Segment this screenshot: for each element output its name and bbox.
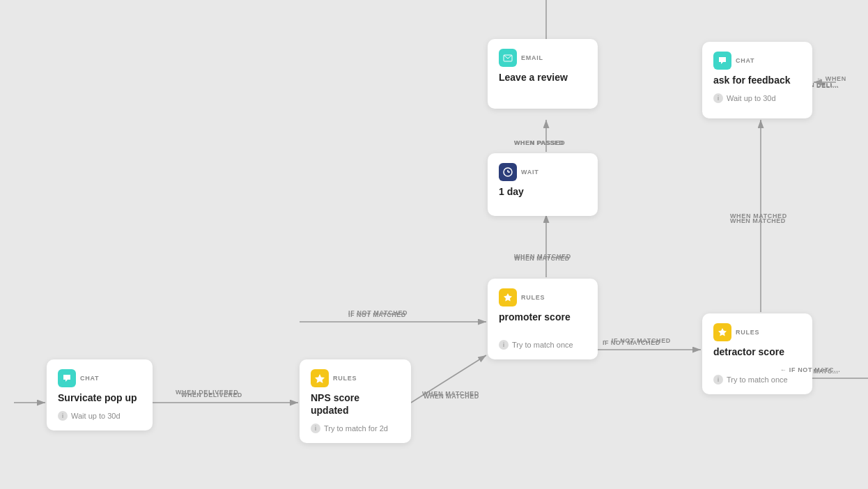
node-ask-feedback-type: CHAT: [736, 57, 754, 64]
chat-icon: [58, 369, 76, 387]
node-promoter-type: RULES: [521, 294, 545, 301]
info-icon-ask: i: [713, 93, 723, 103]
info-icon-detractor: i: [713, 375, 723, 385]
node-leave-review-title: Leave a review: [499, 71, 587, 84]
node-detractor-footer: i Try to match once: [713, 375, 801, 385]
node-nps-type: RULES: [333, 375, 357, 382]
node-wait-type: WAIT: [521, 169, 538, 176]
node-ask-feedback[interactable]: CHAT ask for feedback i Wait up to 30d: [702, 42, 812, 118]
label-when-matched-promoter-text: WHEN MATCHED: [514, 253, 571, 260]
label-if-not-matched-text: ← IF NOT MATCHED: [603, 337, 671, 344]
node-ask-feedback-title: ask for feedback: [713, 74, 801, 86]
info-icon: i: [58, 411, 68, 421]
node-nps-title: NPS score updated: [311, 391, 400, 417]
info-icon-nps: i: [311, 424, 320, 433]
label-when-passed-text: WHEN PASSED: [514, 139, 565, 146]
node-promoter-footer: i Try to match once: [499, 340, 587, 350]
chat-icon-ask: [713, 52, 731, 70]
label-when-matched-nps-text: WHEN MATCHED: [422, 390, 479, 397]
node-nps-header: RULES: [311, 369, 400, 387]
node-leave-review-header: EMAIL: [499, 49, 587, 67]
node-detractor-type: RULES: [736, 329, 759, 336]
node-detractor-title: detractor score: [713, 346, 801, 358]
node-promoter-header: RULES: [499, 288, 587, 306]
workflow-canvas: WHEN DELIVERED WHEN MATCHED WHEN MATCHED…: [0, 0, 868, 489]
node-survicate[interactable]: CHAT Survicate pop up i Wait up to 30d: [47, 359, 153, 430]
label-if-not-matched-nps-text: IF NOT MATCHED: [348, 309, 408, 316]
node-survicate-title: Survicate pop up: [58, 391, 141, 404]
rules-icon-nps: [311, 369, 329, 387]
email-icon: [499, 49, 517, 67]
node-nps[interactable]: RULES NPS score updated i Try to match f…: [300, 359, 411, 443]
node-detractor-header: RULES: [713, 323, 801, 341]
rules-icon-promoter: [499, 288, 517, 306]
node-survicate-header: CHAT: [58, 369, 141, 387]
node-nps-footer: i Try to match for 2d: [311, 424, 400, 433]
label-when-delivered-text: WHEN DELIVERED: [176, 389, 238, 396]
wait-icon: [499, 163, 517, 181]
node-leave-review-type: EMAIL: [521, 54, 543, 61]
node-promoter[interactable]: RULES promoter score i Try to match once: [488, 279, 598, 359]
label-if-not-matched-right-text: ← IF NOT MATC...: [780, 366, 840, 373]
rules-icon-detractor: [713, 323, 731, 341]
label-when-matched-detractor-text: WHEN MATCHED: [730, 212, 787, 219]
node-wait[interactable]: WAIT 1 day: [488, 153, 598, 216]
node-survicate-type: CHAT: [80, 375, 99, 382]
label-when-delivered-right-text: ← WHEN DELI...: [816, 75, 868, 89]
node-ask-feedback-footer: i Wait up to 30d: [713, 93, 801, 103]
node-survicate-footer: i Wait up to 30d: [58, 411, 141, 421]
node-promoter-title: promoter score: [499, 311, 587, 323]
node-detractor[interactable]: RULES detractor score i Try to match onc…: [702, 313, 812, 394]
svg-marker-12: [315, 374, 325, 383]
node-wait-title: 1 day: [499, 185, 587, 198]
node-wait-header: WAIT: [499, 163, 587, 181]
node-leave-review[interactable]: EMAIL Leave a review: [488, 39, 598, 109]
info-icon-promoter: i: [499, 340, 509, 350]
node-ask-feedback-header: CHAT: [713, 52, 801, 70]
